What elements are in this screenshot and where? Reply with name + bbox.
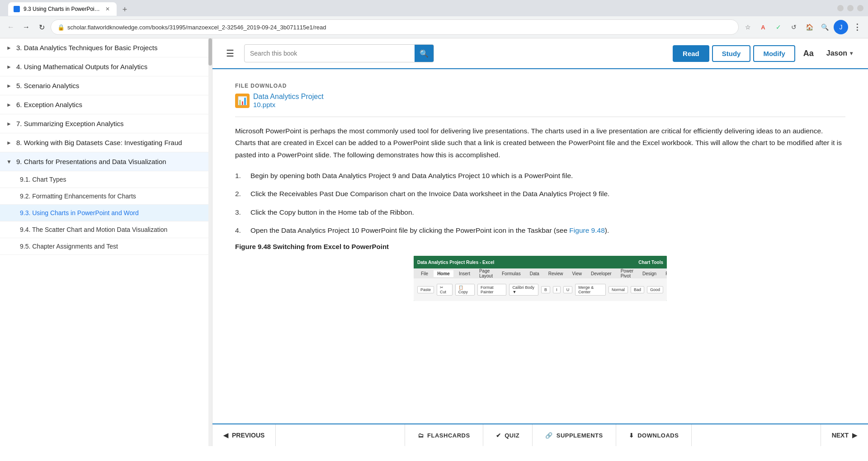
ribbon-tab-data[interactable]: Data — [526, 270, 543, 277]
ribbon-good-btn[interactable]: Good — [647, 286, 663, 293]
tab-bar: 9.3 Using Charts in PowerPoint a... ✕ + — [5, 0, 135, 16]
list-num-4: 4. — [235, 225, 244, 236]
ribbon-copy-btn[interactable]: 📋 Copy — [455, 284, 475, 296]
modify-button[interactable]: Modify — [753, 45, 795, 62]
ribbon-bad-btn[interactable]: Bad — [631, 286, 644, 293]
sidebar-sub-item-9-4[interactable]: 9.4. The Scatter Chart and Motion Data V… — [0, 221, 212, 238]
sidebar-item-9[interactable]: ▼ 9. Charts for Presentations and Data V… — [0, 152, 212, 171]
sidebar-sub-item-9-1[interactable]: 9.1. Chart Types — [0, 171, 212, 188]
tab-title: 9.3 Using Charts in PowerPoint a... — [24, 6, 100, 12]
minimize-button[interactable]: ─ — [837, 5, 844, 11]
search-box: 🔍 — [244, 44, 434, 62]
chevron-right-icon: ► — [6, 45, 13, 51]
sidebar-item-3[interactable]: ► 3. Data Analytics Techniques for Basic… — [0, 38, 212, 57]
list-text-1: Begin by opening both Data Analytics Pro… — [250, 170, 573, 182]
study-button[interactable]: Study — [712, 45, 751, 62]
new-tab-button[interactable]: + — [118, 3, 131, 16]
ribbon-merge-btn[interactable]: Merge & Center — [575, 284, 606, 296]
supplements-button[interactable]: 🔗 SUPPLEMENTS — [533, 424, 616, 446]
lock-icon: 🔒 — [57, 24, 65, 31]
search-button[interactable]: 🔍 — [415, 44, 434, 62]
bookmark-button[interactable]: ☆ — [741, 21, 754, 33]
sidebar-item-7[interactable]: ► 7. Summarizing Exception Analytics — [0, 114, 212, 133]
ribbon-bold-btn[interactable]: B — [541, 286, 550, 293]
window-controls: ─ □ ✕ — [837, 5, 863, 11]
more-options-button[interactable]: ⋮ — [851, 21, 863, 33]
refresh-button[interactable]: ↻ — [35, 21, 48, 33]
search-input[interactable] — [245, 50, 415, 57]
ribbon-tab-pagelayout[interactable]: Page Layout — [476, 268, 496, 279]
file-icon: 📊 — [235, 94, 250, 108]
file-ext: 10.pptx — [253, 101, 324, 108]
maximize-button[interactable]: □ — [847, 5, 854, 11]
active-tab[interactable]: 9.3 Using Charts in PowerPoint a... ✕ — [8, 2, 117, 16]
quiz-icon: ✔ — [496, 432, 501, 439]
excel-ribbon-simulation: Data Analytics Project Rules - Excel Cha… — [414, 256, 667, 301]
sidebar-scrollbar[interactable] — [208, 38, 212, 446]
sidebar-sub-item-9-2[interactable]: 9.2. Formatting Enhancements for Charts — [0, 188, 212, 205]
nav-actions: ☆ A ✓ ↺ 🏠 🔍 J ⋮ — [741, 20, 863, 34]
sidebar-item-label-4: 4. Using Mathematical Outputs for Analyt… — [16, 63, 147, 71]
ribbon-tab-developer[interactable]: Developer — [587, 270, 615, 277]
ribbon-body: Paste ✂ Cut 📋 Copy Format Painter Calibr… — [414, 278, 667, 301]
sidebar-scroll-thumb[interactable] — [208, 38, 212, 66]
next-arrow-icon: ▶ — [852, 432, 857, 439]
home-icon[interactable]: 🏠 — [803, 21, 816, 33]
address-bar[interactable]: 🔒 scholar.flatworldknowledge.com/books/3… — [51, 19, 739, 35]
search-extension-icon[interactable]: 🔍 — [818, 21, 831, 33]
ribbon-paste-btn[interactable]: Paste — [417, 286, 434, 293]
ribbon-tab-file[interactable]: File — [417, 270, 432, 277]
ribbon-underline-btn[interactable]: U — [563, 286, 573, 293]
list-text-3: Click the Copy button in the Home tab of… — [250, 207, 414, 218]
ribbon-tab-insert[interactable]: Insert — [455, 270, 474, 277]
read-button[interactable]: Read — [673, 45, 709, 62]
close-button[interactable]: ✕ — [857, 5, 863, 11]
ribbon-tabs-bar: File Home Insert Page Layout Formulas Da… — [414, 268, 667, 278]
downloads-button[interactable]: ⬇ DOWNLOADS — [616, 424, 692, 446]
downloads-label: DOWNLOADS — [637, 432, 679, 439]
hamburger-button[interactable]: ☰ — [223, 45, 237, 61]
sidebar-sub-item-9-5[interactable]: 9.5. Chapter Assignments and Test — [0, 238, 212, 255]
ribbon-tab-home[interactable]: Home — [434, 270, 453, 277]
ribbon-italic-btn[interactable]: I — [553, 286, 561, 293]
forward-button[interactable]: → — [20, 21, 33, 33]
chevron-right-icon-6: ► — [6, 102, 13, 108]
quiz-button[interactable]: ✔ QUIZ — [483, 424, 533, 446]
list-item: 1. Begin by opening both Data Analytics … — [235, 170, 845, 182]
list-item: 2. Click the Receivables Past Due Compar… — [235, 188, 845, 200]
next-button[interactable]: NEXT ▶ — [821, 424, 868, 446]
ribbon-tab-formulas[interactable]: Formulas — [498, 270, 524, 277]
file-download-link[interactable]: 📊 Data Analytics Project 10.pptx — [235, 93, 845, 108]
extension-check-icon[interactable]: ✓ — [772, 21, 785, 33]
list-num-3: 3. — [235, 207, 244, 218]
font-size-button[interactable]: Aa — [798, 45, 819, 62]
ribbon-normal-btn[interactable]: Normal — [609, 286, 628, 293]
chevron-right-icon-8: ► — [6, 140, 13, 146]
chevron-right-icon-5: ► — [6, 83, 13, 89]
tab-close-button[interactable]: ✕ — [104, 5, 111, 13]
ribbon-tab-review[interactable]: Review — [545, 270, 567, 277]
extension2-icon[interactable]: ↺ — [788, 21, 800, 33]
ribbon-tab-view[interactable]: View — [569, 270, 586, 277]
ribbon-cut-btn[interactable]: ✂ Cut — [437, 284, 453, 296]
ribbon-tab-format[interactable]: Format — [662, 270, 667, 277]
sidebar-item-4[interactable]: ► 4. Using Mathematical Outputs for Anal… — [0, 57, 212, 76]
ribbon-font-btn[interactable]: Calibri Body ▼ — [509, 284, 538, 296]
sidebar-item-5[interactable]: ► 5. Scenario Analytics — [0, 76, 212, 95]
ribbon-tab-powerpivot[interactable]: Power Pivot — [617, 268, 637, 279]
ribbon-tab-design[interactable]: Design — [639, 270, 660, 277]
supplements-label: SUPPLEMENTS — [557, 432, 603, 439]
divider — [235, 117, 845, 117]
ribbon-formatpainter-btn[interactable]: Format Painter — [477, 284, 506, 296]
sidebar-sub-item-9-3[interactable]: 9.3. Using Charts in PowerPoint and Word — [0, 205, 212, 221]
figure-link-9-48[interactable]: Figure 9.48 — [569, 226, 604, 234]
user-menu-button[interactable]: Jason ▾ — [822, 47, 857, 60]
sidebar-item-8[interactable]: ► 8. Working with Big Datasets Case: Inv… — [0, 133, 212, 152]
previous-button[interactable]: ◀ PREVIOUS — [212, 424, 276, 446]
file-info: Data Analytics Project 10.pptx — [253, 93, 324, 108]
acrobat-icon[interactable]: A — [757, 21, 769, 33]
back-button[interactable]: ← — [5, 21, 17, 33]
sidebar-item-6[interactable]: ► 6. Exception Analytics — [0, 95, 212, 114]
profile-button[interactable]: J — [834, 20, 848, 34]
flashcards-button[interactable]: 🗂 FLASHCARDS — [405, 424, 483, 446]
